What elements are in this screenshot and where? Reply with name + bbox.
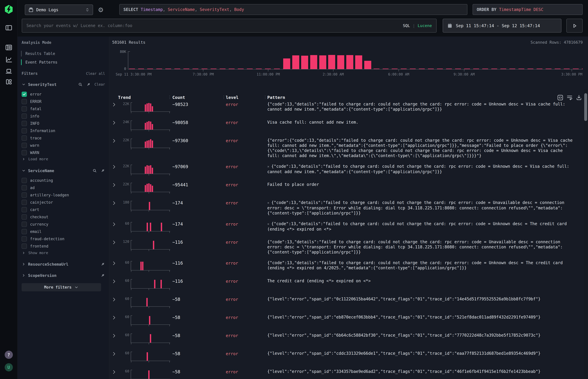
filter-option-Information[interactable]: Information <box>17 127 109 134</box>
more-filters-button[interactable]: More filters <box>22 283 101 291</box>
pattern-row[interactable]: 60 ~174 error × {"code":13,"details":"fa… <box>109 221 588 239</box>
filter-option-currency[interactable]: currency <box>17 221 109 228</box>
filter-option-fraud-detection[interactable]: fraud-detection <box>17 235 109 243</box>
pattern-row[interactable]: 22K ~95441 error Failed to place order <box>109 182 588 200</box>
filter-group-resourceschemaurl[interactable]: ResourceSchemaUrl <box>22 261 105 267</box>
column-separator[interactable]: ⋮ <box>168 95 172 99</box>
clear-group-link[interactable]: Clear <box>94 82 105 86</box>
expand-row-chevron-icon[interactable] <box>112 222 117 227</box>
expand-row-chevron-icon[interactable] <box>112 351 117 356</box>
checkbox-unchecked[interactable] <box>22 128 27 133</box>
download-icon[interactable] <box>576 95 582 101</box>
help-button[interactable]: ? <box>5 351 13 359</box>
checkbox-unchecked[interactable] <box>22 236 27 241</box>
pattern-row[interactable]: 60 ~58 error {"level":"error","span_id":… <box>109 369 588 379</box>
filter-option-email[interactable]: email <box>17 228 109 235</box>
pattern-row[interactable]: 22K ~97360 error {"error":{"code":13,"de… <box>109 138 588 164</box>
pattern-row[interactable]: 60 ~58 error {"level":"error","span_id":… <box>109 333 588 351</box>
checkbox-unchecked[interactable] <box>22 106 27 111</box>
filter-option-WARN[interactable]: WARN <box>17 149 109 156</box>
filter-option-ad[interactable]: ad <box>17 184 109 191</box>
order-by-editor[interactable]: ORDER BY TimestampTime DESC <box>473 4 583 15</box>
checkbox-unchecked[interactable] <box>22 178 27 183</box>
sidebar-toggle-icon[interactable] <box>5 24 13 32</box>
checkbox-unchecked[interactable] <box>22 185 27 190</box>
filter-group-servicename[interactable]: ServiceName <box>22 167 105 174</box>
pattern-row[interactable]: 120 ~116 error {"code":13,"details":"fai… <box>109 239 588 260</box>
checkbox-unchecked[interactable] <box>22 121 27 126</box>
checkbox-unchecked[interactable] <box>22 150 27 155</box>
column-separator[interactable]: ⋮ <box>263 95 267 99</box>
checkbox-unchecked[interactable] <box>22 244 27 249</box>
gear-icon[interactable]: ⚙ <box>97 6 104 14</box>
source-select[interactable]: Demo Logs <box>25 4 93 15</box>
pattern-row[interactable]: 60 ~116 error {"code":13,"details":"fail… <box>109 260 588 278</box>
pattern-row[interactable]: 22K ~97069 error × {"code":13,"details":… <box>109 164 588 182</box>
mode-toggle-lucene[interactable]: Lucene <box>418 23 432 28</box>
checkbox-unchecked[interactable] <box>22 222 27 227</box>
filter-option-error[interactable]: error <box>17 91 109 98</box>
expand-row-chevron-icon[interactable] <box>112 102 117 107</box>
filter-option-cart[interactable]: cart <box>17 206 109 213</box>
checkbox-unchecked[interactable] <box>22 113 27 119</box>
sql-select-editor[interactable]: SELECT Timestamp, ServiceName, SeverityT… <box>119 4 467 15</box>
expand-row-chevron-icon[interactable] <box>112 164 117 169</box>
expand-row-chevron-icon[interactable] <box>112 201 117 205</box>
expand-row-chevron-icon[interactable] <box>112 315 117 320</box>
text-wrap-icon[interactable] <box>566 95 573 101</box>
dashboards-icon[interactable] <box>5 78 13 86</box>
filter-option-checkout[interactable]: checkout <box>17 213 109 221</box>
search-icon[interactable] <box>93 169 97 173</box>
clear-all-link[interactable]: Clear all <box>86 72 105 76</box>
user-avatar[interactable]: U <box>5 363 13 371</box>
checkbox-unchecked[interactable] <box>22 214 27 220</box>
filter-option-ERROR[interactable]: ERROR <box>17 98 109 105</box>
pattern-row[interactable]: 60 ~116 error The credit card (ending <*… <box>109 278 588 297</box>
filter-option-warn[interactable]: warn <box>17 142 109 149</box>
search-input[interactable]: Search your events w/ Lucene ex. column:… <box>22 19 436 32</box>
pattern-row[interactable]: 60 ~58 error {"level":"error","span_id":… <box>109 315 588 333</box>
pattern-row[interactable]: 22K ~98523 error {"code":13,"details":"f… <box>109 102 588 120</box>
checkbox-unchecked[interactable] <box>22 207 27 212</box>
vertical-scrollbar[interactable] <box>584 89 588 379</box>
time-range-picker[interactable]: Sep 11 15:47:14 - Sep 12 15:47:14 <box>443 19 561 32</box>
run-query-button[interactable] <box>566 19 583 32</box>
pin-icon[interactable] <box>101 169 105 173</box>
filter-option-frontend[interactable]: frontend <box>17 243 109 250</box>
pattern-row[interactable]: 60 ~58 error {"level":"error","span_id":… <box>109 351 588 369</box>
view-code-icon[interactable] <box>557 95 563 101</box>
filter-group-severitytext[interactable]: SeverityText Clear <box>22 81 105 88</box>
expand-row-chevron-icon[interactable] <box>112 297 117 302</box>
app-logo[interactable] <box>4 4 14 14</box>
expand-row-chevron-icon[interactable] <box>112 333 117 338</box>
filter-group-scopeversion[interactable]: ScopeVersion <box>22 272 105 279</box>
pattern-row[interactable]: 180 ~174 error × {"code":13,"details":"f… <box>109 200 588 221</box>
expand-row-chevron-icon[interactable] <box>112 279 117 284</box>
expand-row-chevron-icon[interactable] <box>112 261 117 266</box>
checkbox-unchecked[interactable] <box>22 229 27 234</box>
mode-toggle-sql[interactable]: SQL <box>403 23 410 28</box>
filter-option-INFO[interactable]: INFO <box>17 120 109 127</box>
search-logs-icon[interactable] <box>5 44 13 51</box>
filter-option-artillery-loadgen[interactable]: artillery-loadgen <box>17 191 109 199</box>
expand-row-chevron-icon[interactable] <box>112 138 117 143</box>
checkbox-checked[interactable] <box>22 92 27 97</box>
show-more-link[interactable]: Show more <box>22 251 48 255</box>
pattern-row[interactable]: 24K ~98058 error Visa cache full: cannot… <box>109 120 588 138</box>
filter-option-fatal[interactable]: fatal <box>17 105 109 112</box>
pin-icon[interactable] <box>101 273 105 278</box>
column-separator[interactable]: ⋮ <box>222 95 226 99</box>
pattern-row[interactable]: 60 ~58 error {"level":"error","span_id":… <box>109 297 588 315</box>
filter-option-trace[interactable]: trace <box>17 134 109 142</box>
scrollbar-thumb[interactable] <box>584 93 587 121</box>
search-icon[interactable] <box>78 82 82 87</box>
expand-row-chevron-icon[interactable] <box>112 240 117 245</box>
expand-row-chevron-icon[interactable] <box>112 120 117 125</box>
filter-option-accounting[interactable]: accounting <box>17 177 109 184</box>
filter-option-cainjector[interactable]: cainjector <box>17 199 109 206</box>
analysis-mode-event-patterns[interactable]: Event Patterns <box>21 59 57 65</box>
filter-option-info[interactable]: info <box>17 112 109 120</box>
expand-row-chevron-icon[interactable] <box>112 369 117 375</box>
checkbox-unchecked[interactable] <box>22 99 27 104</box>
analysis-mode-results-table[interactable]: Results Table <box>21 50 55 57</box>
